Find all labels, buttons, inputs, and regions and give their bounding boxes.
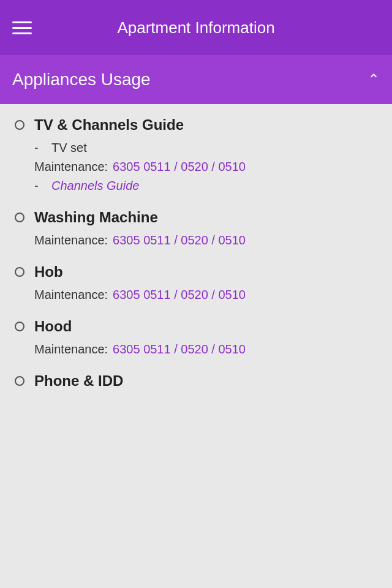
app-header: Apartment Information: [0, 0, 392, 55]
appliance-details-tv: - TV set Maintenance: 6305 0511 / 0520 /…: [34, 141, 377, 193]
tv-set-row: - TV set: [34, 141, 377, 155]
hamburger-menu-button[interactable]: [12, 21, 32, 34]
appliance-header-phone: Phone & IDD: [15, 372, 377, 390]
bullet-hood: [15, 322, 24, 331]
appliance-header-tv: TV & Channels Guide: [15, 116, 377, 134]
hob-maintenance-label: Maintenance:: [34, 288, 108, 302]
appliance-header-hood: Hood: [15, 318, 377, 335]
tv-maintenance-row: Maintenance: 6305 0511 / 0520 / 0510: [34, 160, 377, 174]
section-header: Appliances Usage ⌃: [0, 55, 392, 104]
bullet-washing: [15, 213, 24, 222]
appliance-header-washing: Washing Machine: [15, 209, 377, 226]
appliance-hood: Hood Maintenance: 6305 0511 / 0520 / 051…: [15, 318, 377, 356]
appliance-details-washing: Maintenance: 6305 0511 / 0520 / 0510: [34, 233, 377, 247]
dash-icon: -: [34, 141, 44, 155]
appliance-header-hob: Hob: [15, 263, 377, 281]
appliance-name-hood: Hood: [34, 318, 72, 335]
appliance-details-hob: Maintenance: 6305 0511 / 0520 / 0510: [34, 288, 377, 302]
appliance-details-hood: Maintenance: 6305 0511 / 0520 / 0510: [34, 342, 377, 356]
appliance-phone-idd: Phone & IDD: [15, 372, 377, 390]
hood-maintenance-numbers[interactable]: 6305 0511 / 0520 / 0510: [113, 342, 246, 356]
appliance-name-tv: TV & Channels Guide: [34, 116, 184, 134]
washing-maintenance-label: Maintenance:: [34, 233, 108, 247]
appliance-name-washing: Washing Machine: [34, 209, 158, 226]
hob-maintenance-row: Maintenance: 6305 0511 / 0520 / 0510: [34, 288, 377, 302]
hood-maintenance-row: Maintenance: 6305 0511 / 0520 / 0510: [34, 342, 377, 356]
tv-maintenance-label: Maintenance:: [34, 160, 108, 174]
appliance-name-hob: Hob: [34, 263, 63, 281]
chevron-up-icon[interactable]: ⌃: [368, 72, 380, 87]
appliance-name-phone: Phone & IDD: [34, 372, 123, 390]
appliance-hob: Hob Maintenance: 6305 0511 / 0520 / 0510: [15, 263, 377, 302]
appliance-tv: TV & Channels Guide - TV set Maintenance…: [15, 116, 377, 193]
content-area: TV & Channels Guide - TV set Maintenance…: [0, 104, 392, 409]
channels-guide-row: - Channels Guide: [34, 179, 377, 193]
hood-maintenance-label: Maintenance:: [34, 342, 108, 356]
appliance-washing-machine: Washing Machine Maintenance: 6305 0511 /…: [15, 209, 377, 247]
tv-set-label: TV set: [51, 141, 87, 155]
section-title: Appliances Usage: [12, 70, 151, 89]
hob-maintenance-numbers[interactable]: 6305 0511 / 0520 / 0510: [113, 288, 246, 302]
washing-maintenance-numbers[interactable]: 6305 0511 / 0520 / 0510: [113, 233, 246, 247]
channels-guide-link[interactable]: Channels Guide: [51, 179, 139, 193]
bullet-hob: [15, 267, 24, 277]
tv-maintenance-numbers[interactable]: 6305 0511 / 0520 / 0510: [113, 160, 246, 174]
header-title: Apartment Information: [44, 18, 348, 37]
bullet-phone: [15, 376, 24, 386]
washing-maintenance-row: Maintenance: 6305 0511 / 0520 / 0510: [34, 233, 377, 247]
bullet-tv: [15, 120, 24, 130]
dash-icon-2: -: [34, 179, 44, 193]
